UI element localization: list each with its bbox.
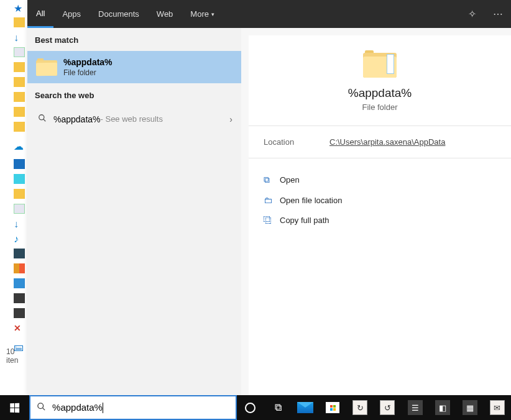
tab-more[interactable]: More▾ bbox=[182, 0, 223, 28]
mail-app[interactable] bbox=[292, 395, 319, 420]
folder-icon[interactable] bbox=[14, 107, 25, 117]
taskbar: %appdata% ⧉ ↻ ↺ ☰ ◧ ▦ ✉ bbox=[0, 395, 511, 420]
detail-pane: %appdata% File folder Location C:\Users\… bbox=[249, 35, 511, 395]
videos-icon[interactable] bbox=[14, 263, 25, 273]
app-icon: ☰ bbox=[408, 400, 423, 415]
svg-point-0 bbox=[39, 115, 44, 120]
location-row: Location C:\Users\arpita.saxena\AppData bbox=[249, 126, 511, 158]
action-open-label: Open bbox=[280, 175, 300, 185]
store-icon bbox=[326, 402, 339, 413]
action-open[interactable]: ⧉ Open bbox=[264, 170, 496, 190]
pinned-app[interactable]: ↻ bbox=[346, 395, 374, 420]
pinned-app[interactable]: ▦ bbox=[456, 395, 484, 420]
web-search-result[interactable]: %appdata% - See web results › bbox=[27, 106, 241, 132]
app-icon: ▦ bbox=[463, 400, 477, 415]
pinned-app[interactable]: ☰ bbox=[402, 395, 429, 420]
pinned-app[interactable]: ✉ bbox=[484, 395, 511, 420]
folder-icon bbox=[363, 50, 397, 78]
folder-icon[interactable] bbox=[14, 17, 25, 27]
location-label: Location bbox=[264, 137, 329, 147]
search-icon bbox=[36, 114, 48, 124]
svg-point-2 bbox=[38, 403, 44, 409]
quick-access-icon[interactable]: ★ bbox=[14, 2, 25, 12]
action-open-file-location[interactable]: 🗀 Open file location bbox=[264, 190, 496, 210]
downloads-icon[interactable]: ↓ bbox=[14, 219, 25, 229]
drive-icon[interactable] bbox=[14, 293, 25, 303]
folder-icon[interactable] bbox=[14, 92, 25, 102]
onedrive-icon[interactable]: ☁ bbox=[14, 140, 25, 150]
drive-icon[interactable] bbox=[14, 308, 25, 318]
task-view-button[interactable]: ⧉ bbox=[264, 395, 292, 420]
folder-icon[interactable] bbox=[14, 77, 25, 87]
documents-icon[interactable] bbox=[14, 47, 25, 57]
action-open-loc-label: Open file location bbox=[280, 196, 342, 205]
desktop-icons-strip: ★ ↓ ☁ ↓ ♪ ✕ 🖴 10 iten bbox=[0, 0, 27, 395]
pictures-icon[interactable] bbox=[14, 249, 25, 258]
music-icon[interactable]: ♪ bbox=[14, 234, 25, 244]
folder-location-icon: 🗀 bbox=[264, 195, 280, 205]
detail-title: %appdata% bbox=[348, 86, 412, 100]
section-search-web: Search the web bbox=[27, 83, 241, 106]
desktop-icon[interactable] bbox=[14, 189, 25, 199]
downloads-icon[interactable]: ↓ bbox=[14, 32, 25, 42]
3d-objects-icon[interactable] bbox=[14, 174, 25, 184]
search-input-value: %appdata% bbox=[52, 402, 229, 414]
os-drive-icon[interactable] bbox=[14, 278, 25, 288]
windows-logo-icon bbox=[10, 403, 19, 412]
start-button[interactable] bbox=[0, 395, 29, 420]
svg-line-1 bbox=[44, 119, 46, 122]
more-options-icon[interactable]: ⋯ bbox=[485, 8, 511, 20]
web-result-hint: - See web results bbox=[101, 114, 163, 124]
this-pc-icon[interactable] bbox=[14, 159, 25, 169]
mail-icon bbox=[297, 402, 313, 413]
section-best-match: Best match bbox=[27, 28, 241, 51]
location-value[interactable]: C:\Users\arpita.saxena\AppData bbox=[329, 137, 445, 147]
folder-icon[interactable] bbox=[14, 122, 25, 132]
tab-documents[interactable]: Documents bbox=[90, 0, 148, 28]
chevron-down-icon: ▾ bbox=[211, 11, 214, 17]
explorer-status-text: 10 iten bbox=[6, 347, 27, 365]
tab-all[interactable]: All bbox=[27, 0, 53, 28]
open-icon: ⧉ bbox=[264, 175, 280, 185]
search-icon bbox=[37, 402, 46, 413]
web-result-term: %appdata% bbox=[53, 114, 101, 124]
action-copy-path-label: Copy full path bbox=[280, 216, 329, 225]
app-icon: ↻ bbox=[352, 400, 367, 415]
folder-icon[interactable] bbox=[14, 62, 25, 72]
detail-subtitle: File folder bbox=[362, 103, 397, 112]
app-icon: ↺ bbox=[380, 400, 395, 415]
documents-icon[interactable] bbox=[14, 204, 25, 214]
pinned-app[interactable]: ◧ bbox=[429, 395, 456, 420]
search-flyout: All Apps Documents Web More▾ ✧ ⋯ Best ma… bbox=[27, 0, 511, 395]
app-icon: ◧ bbox=[435, 400, 450, 415]
chevron-right-icon: › bbox=[229, 114, 232, 124]
cortana-button[interactable] bbox=[237, 395, 264, 420]
app-icon: ✉ bbox=[490, 400, 505, 415]
svg-line-3 bbox=[42, 408, 45, 410]
microsoft-store-app[interactable] bbox=[319, 395, 346, 420]
tab-web[interactable]: Web bbox=[148, 0, 182, 28]
taskbar-search-box[interactable]: %appdata% bbox=[29, 395, 237, 420]
cortana-icon bbox=[245, 403, 255, 413]
mapped-drive-icon[interactable]: ✕ bbox=[14, 323, 25, 333]
search-tab-bar: All Apps Documents Web More▾ ✧ ⋯ bbox=[27, 0, 511, 28]
copy-icon: ⿻ bbox=[264, 215, 280, 225]
folder-icon bbox=[36, 58, 57, 76]
best-match-title: %appdata% bbox=[63, 57, 113, 67]
pinned-app[interactable]: ↺ bbox=[374, 395, 401, 420]
feedback-icon[interactable]: ✧ bbox=[459, 8, 485, 20]
best-match-result[interactable]: %appdata% File folder bbox=[27, 51, 241, 83]
best-match-subtitle: File folder bbox=[63, 68, 113, 77]
tab-apps[interactable]: Apps bbox=[53, 0, 90, 28]
results-pane: Best match %appdata% File folder Search … bbox=[27, 0, 241, 395]
action-copy-full-path[interactable]: ⿻ Copy full path bbox=[264, 210, 496, 230]
